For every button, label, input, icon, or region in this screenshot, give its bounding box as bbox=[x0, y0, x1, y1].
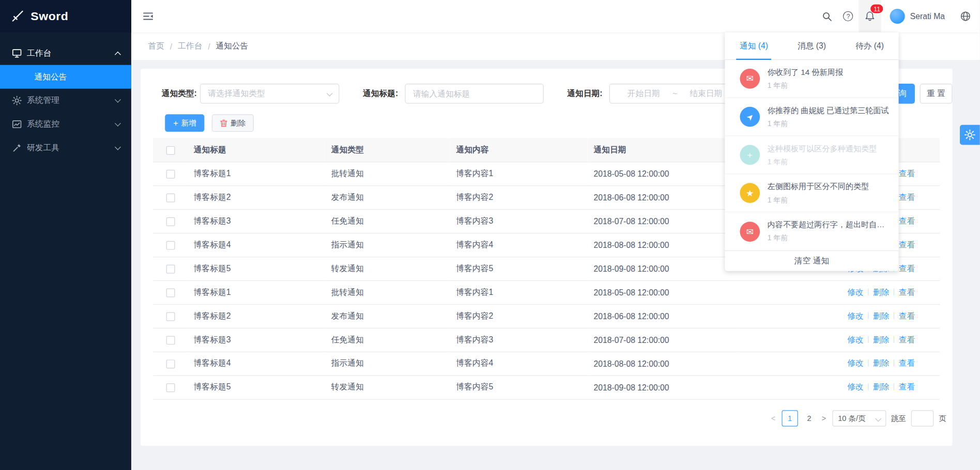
notification-text: 你收到了 14 份新周报 1 年前 bbox=[768, 67, 890, 90]
view-link[interactable]: 查看 bbox=[899, 358, 915, 368]
sidebar-item-notice[interactable]: 通知公告 bbox=[0, 65, 131, 89]
view-link[interactable]: 查看 bbox=[899, 287, 915, 296]
breadcrumb-separator: / bbox=[170, 41, 172, 51]
page-1-button[interactable]: 1 bbox=[782, 410, 798, 426]
notifications-bell[interactable]: 11 bbox=[859, 0, 882, 33]
page-2-button[interactable]: 2 bbox=[803, 410, 816, 426]
mail-icon: ✉ bbox=[740, 222, 760, 242]
edit-link[interactable]: 修改 bbox=[847, 311, 863, 320]
header-title: 通知标题 bbox=[188, 138, 325, 162]
menu-fold-icon[interactable] bbox=[143, 11, 154, 22]
search-icon[interactable] bbox=[816, 0, 837, 33]
notification-item[interactable]: ★ 左侧图标用于区分不同的类型 1 年前 bbox=[725, 174, 898, 212]
row-checkbox[interactable] bbox=[166, 336, 175, 344]
prev-page-arrow[interactable]: < bbox=[770, 414, 776, 423]
delete-button[interactable]: 删除 bbox=[212, 114, 254, 132]
breadcrumb-home[interactable]: 首页 bbox=[148, 41, 164, 52]
cell-notice-type: 发布通知 bbox=[325, 304, 450, 328]
view-link[interactable]: 查看 bbox=[899, 168, 915, 178]
cell-notice-date: 2018-07-08 12:00:00 bbox=[587, 209, 737, 233]
view-link[interactable]: 查看 bbox=[899, 216, 915, 225]
plus-icon: + bbox=[740, 145, 760, 165]
gear-icon bbox=[12, 96, 22, 105]
clear-notifications-button[interactable]: 清空 通知 bbox=[725, 250, 898, 271]
notification-title: 内容不要超过两行字，超出时自动截断 bbox=[768, 220, 890, 231]
view-link[interactable]: 查看 bbox=[899, 311, 915, 320]
sidebar-item-workbench[interactable]: 工作台 bbox=[0, 41, 131, 65]
sidebar-item-system-monitor[interactable]: 系统监控 bbox=[0, 113, 131, 136]
help-icon[interactable] bbox=[837, 0, 859, 33]
jump-label: 跳至 bbox=[891, 413, 906, 424]
row-checkbox[interactable] bbox=[166, 170, 175, 179]
cell-notice-date: 2018-05-08 12:00:00 bbox=[587, 280, 737, 304]
row-checkbox[interactable] bbox=[166, 359, 175, 368]
notification-item[interactable]: ✉ 内容不要超过两行字，超出时自动截断 1 年前 bbox=[725, 212, 898, 250]
breadcrumb-workbench[interactable]: 工作台 bbox=[178, 41, 202, 52]
sidebar-item-dev-tools[interactable]: 研发工具 bbox=[0, 136, 131, 160]
notification-tab[interactable]: 通知 (4) bbox=[725, 33, 783, 59]
sidebar: Sword 工作台 通知公告 系统管理 bbox=[0, 0, 131, 470]
cell-notice-type: 指示通知 bbox=[325, 233, 450, 257]
row-delete-link[interactable]: 删除 bbox=[873, 335, 889, 344]
view-link[interactable]: 查看 bbox=[899, 382, 915, 391]
row-checkbox[interactable] bbox=[166, 264, 175, 273]
edit-link[interactable]: 修改 bbox=[847, 335, 863, 344]
notice-type-select[interactable]: 请选择通知类型 bbox=[200, 84, 340, 104]
row-delete-link[interactable]: 删除 bbox=[873, 382, 889, 391]
select-all-checkbox[interactable] bbox=[166, 146, 175, 154]
cell-notice-type: 任免通知 bbox=[325, 328, 450, 352]
monitor-chart-icon bbox=[12, 119, 22, 129]
cell-notice-title: 博客标题3 bbox=[188, 209, 325, 233]
view-link[interactable]: 查看 bbox=[899, 240, 915, 249]
view-link[interactable]: 查看 bbox=[899, 263, 915, 273]
select-placeholder: 请选择通知类型 bbox=[208, 88, 265, 99]
row-checkbox[interactable] bbox=[166, 312, 175, 321]
notification-tab[interactable]: 待办 (4) bbox=[841, 33, 899, 59]
table-row: 博客标题5 转发通知 博客内容5 2018-09-08 12:00:00 修改删… bbox=[153, 375, 940, 399]
edit-link[interactable]: 修改 bbox=[847, 382, 863, 391]
reset-button[interactable]: 重 置 bbox=[920, 84, 953, 104]
row-checkbox[interactable] bbox=[166, 241, 175, 249]
cell-notice-date: 2018-08-08 12:00:00 bbox=[587, 233, 737, 257]
username[interactable]: Serati Ma bbox=[910, 11, 945, 21]
edit-link[interactable]: 修改 bbox=[847, 287, 863, 296]
breadcrumb-separator: / bbox=[208, 41, 210, 51]
sidebar-item-system-manage[interactable]: 系统管理 bbox=[0, 89, 131, 113]
divider bbox=[868, 383, 868, 390]
avatar[interactable] bbox=[890, 9, 905, 24]
chevron-up-icon bbox=[115, 52, 121, 58]
row-checkbox[interactable] bbox=[166, 288, 175, 297]
header-actions: 11 Serati Ma bbox=[816, 0, 979, 33]
notification-item[interactable]: ✉ 你收到了 14 份新周报 1 年前 bbox=[725, 60, 898, 98]
row-delete-link[interactable]: 删除 bbox=[873, 311, 889, 320]
row-checkbox[interactable] bbox=[166, 194, 175, 202]
add-button[interactable]: 新增 bbox=[165, 114, 204, 132]
app-logo[interactable]: Sword bbox=[0, 0, 131, 33]
cell-notice-title: 博客标题2 bbox=[188, 185, 325, 209]
notification-item[interactable]: ➤ 你推荐的 曲妮妮 已通过第三轮面试 1 年前 bbox=[725, 98, 898, 136]
notification-tab[interactable]: 消息 (3) bbox=[783, 33, 840, 59]
jump-page-input[interactable] bbox=[911, 410, 934, 426]
cell-notice-date: 2018-09-08 12:00:00 bbox=[587, 257, 737, 280]
notice-title-input[interactable] bbox=[405, 84, 543, 104]
row-checkbox[interactable] bbox=[166, 217, 175, 226]
notification-item[interactable]: + 这种模板可以区分多种通知类型 1 年前 bbox=[725, 136, 898, 175]
row-checkbox[interactable] bbox=[166, 383, 175, 392]
row-delete-link[interactable]: 删除 bbox=[873, 358, 889, 368]
cell-notice-content: 博客内容2 bbox=[450, 304, 587, 328]
monitor-icon bbox=[12, 48, 22, 58]
page-size-select[interactable]: 10 条/页 bbox=[832, 410, 886, 426]
globe-icon[interactable] bbox=[955, 0, 976, 33]
notification-title: 你收到了 14 份新周报 bbox=[768, 67, 890, 78]
divider bbox=[868, 336, 868, 342]
cell-notice-date: 2018-09-08 12:00:00 bbox=[587, 375, 737, 399]
view-link[interactable]: 查看 bbox=[899, 192, 915, 201]
settings-button[interactable] bbox=[960, 125, 980, 145]
table-row: 博客标题3 任免通知 博客内容3 2018-07-08 12:00:00 修改删… bbox=[153, 328, 940, 352]
view-link[interactable]: 查看 bbox=[899, 335, 915, 344]
edit-link[interactable]: 修改 bbox=[847, 358, 863, 368]
row-delete-link[interactable]: 删除 bbox=[873, 287, 889, 296]
cell-notice-title: 博客标题4 bbox=[188, 352, 325, 375]
cell-notice-date: 2018-07-08 12:00:00 bbox=[587, 328, 737, 352]
next-page-arrow[interactable]: > bbox=[820, 414, 827, 423]
